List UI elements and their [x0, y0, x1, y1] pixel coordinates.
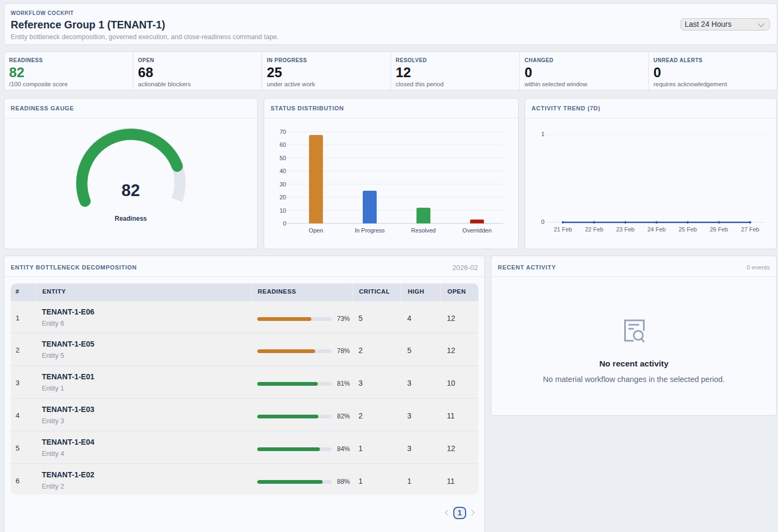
svg-text:40: 40	[280, 168, 286, 174]
svg-text:50: 50	[280, 155, 286, 161]
svg-text:20: 20	[280, 194, 286, 200]
svg-text:Overridden: Overridden	[462, 227, 491, 234]
svg-text:25 Feb: 25 Feb	[678, 226, 697, 233]
svg-text:23 Feb: 23 Feb	[616, 226, 634, 233]
svg-text:Open: Open	[309, 227, 323, 234]
svg-text:27 Feb: 27 Feb	[741, 226, 759, 233]
svg-text:82: 82	[122, 181, 140, 200]
svg-text:0: 0	[283, 220, 286, 227]
svg-text:30: 30	[280, 181, 286, 188]
svg-text:60: 60	[280, 141, 286, 148]
svg-text:26 Feb: 26 Feb	[710, 226, 728, 233]
svg-text:70: 70	[280, 129, 286, 135]
svg-text:24 Feb: 24 Feb	[647, 226, 665, 233]
svg-text:In Progress: In Progress	[355, 227, 385, 234]
svg-text:Resolved: Resolved	[411, 227, 436, 234]
svg-text:Readiness: Readiness	[115, 215, 147, 222]
svg-text:10: 10	[280, 207, 286, 214]
svg-text:1: 1	[541, 131, 544, 137]
svg-text:0: 0	[541, 219, 544, 225]
svg-text:22 Feb: 22 Feb	[585, 226, 603, 233]
svg-text:21 Feb: 21 Feb	[553, 226, 572, 233]
